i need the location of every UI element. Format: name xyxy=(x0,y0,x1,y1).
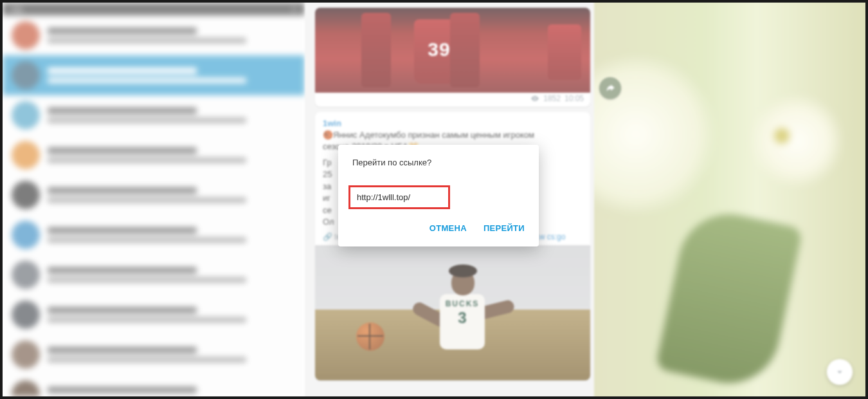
go-button[interactable]: ПЕРЕЙТИ xyxy=(484,223,525,233)
cancel-button[interactable]: ОТМЕНА xyxy=(429,223,467,233)
dialog-link-url: http://1wlll.top/ xyxy=(348,185,450,209)
app-frame: ряд ▾ 1852 10:05 1win 🏀Яннис Адетокумбо … xyxy=(0,0,868,399)
open-link-dialog: Перейти по ссылке? http://1wlll.top/ ОТМ… xyxy=(338,145,539,246)
dialog-title: Перейти по ссылке? xyxy=(352,158,525,167)
